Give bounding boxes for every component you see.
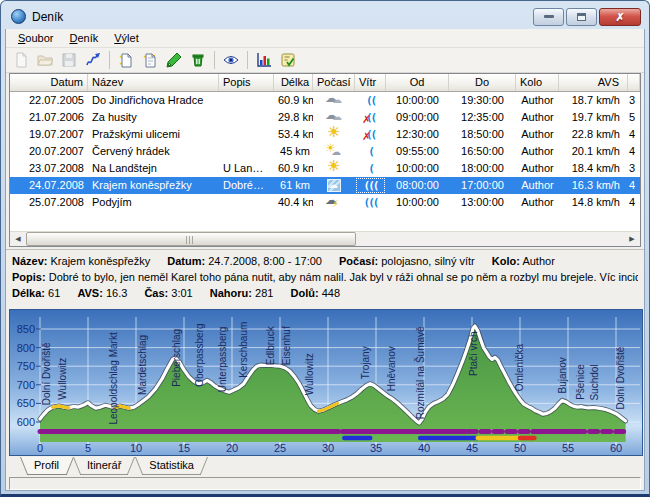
svg-text:Ptačí vrch: Ptačí vrch	[468, 332, 479, 376]
cell-popis	[219, 126, 274, 143]
column-header-pocasi[interactable]: Počasí	[313, 74, 355, 91]
cell-delka: 40.4 km	[274, 194, 313, 211]
edit-trip-button[interactable]	[163, 49, 185, 70]
cell-datum: 19.07.2007	[10, 126, 88, 143]
cell-popis	[219, 92, 274, 109]
column-header-popis[interactable]: Popis	[219, 74, 274, 91]
detail-value: Krajem koněspřežky	[51, 255, 151, 267]
copy-trip-button[interactable]	[139, 49, 161, 70]
minimize-button[interactable]	[533, 8, 564, 26]
cell-extra: 5	[628, 109, 640, 126]
cell-kolo: Author	[516, 92, 559, 109]
svg-text:40: 40	[418, 442, 430, 454]
window-title: Deník	[32, 10, 533, 24]
svg-text:Pšenice: Pšenice	[575, 364, 586, 400]
menu-denik[interactable]: Deník	[61, 30, 106, 46]
scroll-left-icon[interactable]: ◀	[10, 232, 26, 246]
view-button[interactable]	[220, 49, 242, 70]
cell-popis	[219, 194, 274, 211]
checklist-icon	[280, 52, 296, 68]
svg-text:Oberpassberg: Oberpassberg	[194, 324, 205, 387]
detail-label: Kolo:	[492, 255, 520, 267]
svg-text:55: 55	[562, 442, 574, 454]
cell-avs: 19.7 km/h	[559, 109, 628, 126]
new-trip-icon	[118, 52, 134, 68]
table-row[interactable]: 21.07.2006 Za husity 29.8 km 09:00:00 12…	[10, 109, 640, 126]
svg-text:Unterpassberg: Unterpassberg	[217, 327, 228, 393]
toolbar	[6, 48, 644, 73]
svg-text:600: 600	[17, 416, 35, 428]
detail-value: 16.3	[106, 287, 127, 299]
tab-profil[interactable]: Profil	[20, 457, 73, 476]
cell-do: 17:00:00	[449, 177, 516, 194]
table-row[interactable]: 20.07.2007 Červený hrádek 45 km 09:55:00…	[10, 143, 640, 160]
details-line-1: Název: Krajem koněspřežky Datum: 24.7.20…	[12, 254, 638, 270]
wind-icon	[364, 143, 378, 160]
new-file-button[interactable]	[10, 49, 32, 70]
table-row-selected[interactable]: 24.07.2008 Krajem koněspřežky Dobré… 61 …	[10, 177, 640, 194]
save-button[interactable]	[58, 49, 80, 70]
column-header-datum[interactable]: Datum	[10, 74, 88, 91]
checklist-button[interactable]	[277, 49, 299, 70]
close-icon: ✗	[615, 12, 624, 22]
table-row[interactable]: 23.07.2008 Na Landštejn U Lan… 60.9 km 1…	[10, 160, 640, 177]
toolbar-separator	[109, 51, 110, 69]
svg-text:Suchdol: Suchdol	[589, 365, 600, 401]
svg-text:Rozmítál na Šumavě: Rozmítál na Šumavě	[414, 326, 426, 419]
toolbar-separator	[214, 51, 215, 69]
import-track-button[interactable]	[82, 49, 104, 70]
column-header-avs[interactable]: AVS	[559, 74, 628, 91]
cell-kolo: Author	[516, 109, 559, 126]
trip-table: Datum Název Popis Délka Počasí Vítr Od D…	[9, 73, 641, 247]
column-header-kolo[interactable]: Kolo	[516, 74, 559, 91]
svg-text:Dolní Dvořiště: Dolní Dvořiště	[41, 342, 52, 405]
close-button[interactable]: ✗	[599, 8, 641, 26]
scrollbar-thumb[interactable]	[26, 232, 356, 246]
cell-kolo: Author	[516, 177, 559, 194]
title-bar[interactable]: Deník ✗	[5, 1, 645, 29]
column-header-extra[interactable]	[628, 74, 640, 91]
tab-itinerar[interactable]: Itinerář	[73, 457, 135, 476]
edit-pencil-icon	[166, 52, 182, 68]
svg-text:Wullowitz: Wullowitz	[57, 358, 68, 400]
column-header-vitr[interactable]: Vítr	[355, 74, 386, 91]
horizontal-scrollbar[interactable]: ◀ ▶	[10, 231, 640, 246]
table-row[interactable]: 19.07.2007 Pražskými ulicemi 53.4 km 12:…	[10, 126, 640, 143]
cell-delka: 60.9 km	[274, 92, 313, 109]
open-folder-icon	[37, 52, 53, 68]
open-folder-button[interactable]	[34, 49, 56, 70]
statistics-button[interactable]	[253, 49, 275, 70]
column-header-nazev[interactable]: Název	[88, 74, 219, 91]
tab-statistika[interactable]: Statistika	[135, 457, 208, 476]
import-track-icon	[85, 52, 101, 68]
cell-delka: 53.4 km	[274, 126, 313, 143]
maximize-icon	[577, 13, 586, 21]
column-header-delka[interactable]: Délka	[274, 74, 313, 91]
weather-icon	[326, 162, 342, 176]
scrollbar-track[interactable]	[26, 232, 624, 246]
menu-vylet[interactable]: Výlet	[106, 30, 146, 46]
svg-text:35: 35	[370, 442, 382, 454]
column-header-od[interactable]: Od	[386, 74, 449, 91]
cell-delka: 29.8 km	[274, 109, 313, 126]
detail-value: 24.7.2008, 8:00 - 17:00	[208, 255, 322, 267]
svg-text:15: 15	[178, 442, 190, 454]
table-row[interactable]: 25.07.2008 Podyjím 40.4 km 10:00:00 13:0…	[10, 194, 640, 211]
new-trip-button[interactable]	[115, 49, 137, 70]
cell-avs: 20.1 km/h	[559, 143, 628, 160]
cell-od: 10:00:00	[386, 194, 449, 211]
table-row[interactable]: 22.07.2005 Do Jindřichova Hradce 60.9 km…	[10, 92, 640, 109]
cell-extra: 4	[628, 126, 640, 143]
menu-soubor[interactable]: Soubor	[10, 30, 61, 46]
scroll-right-icon[interactable]: ▶	[624, 232, 640, 246]
toolbar-separator	[247, 51, 248, 69]
cell-popis	[219, 109, 274, 126]
svg-text:700: 700	[17, 379, 35, 391]
delete-trip-button[interactable]	[187, 49, 209, 70]
column-header-do[interactable]: Do	[449, 74, 516, 91]
cell-extra: 4	[628, 177, 640, 194]
maximize-button[interactable]	[566, 8, 597, 26]
cell-nazev: Za husity	[88, 109, 219, 126]
weather-icon	[326, 145, 342, 159]
table-header: Datum Název Popis Délka Počasí Vítr Od D…	[10, 74, 640, 92]
